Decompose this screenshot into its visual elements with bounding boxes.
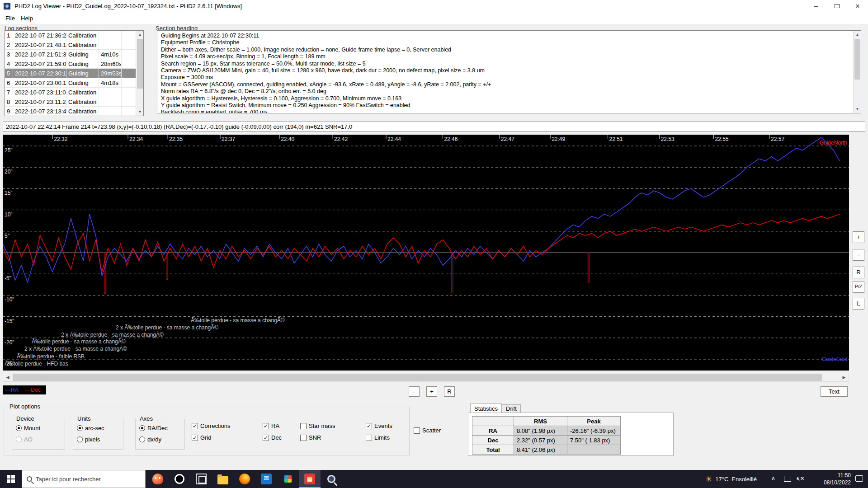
- stats-value: 8.08" (1.98 px): [514, 426, 567, 436]
- menu-file[interactable]: File: [3, 14, 18, 23]
- chart-reset-button[interactable]: R: [853, 267, 864, 278]
- taskbar-app-mail-icon[interactable]: [255, 470, 277, 488]
- taskbar-app-file-explorer-icon[interactable]: [212, 470, 234, 488]
- star-mass-checkbox[interactable]: Star mass: [300, 422, 335, 429]
- dec-checkbox[interactable]: ✓Dec: [263, 434, 282, 441]
- log-section-row[interactable]: 42022-10-07 21:59:06Guiding28m60s: [5, 59, 136, 69]
- units-pixels-radio[interactable]: pixels: [77, 436, 100, 443]
- tab-statistics[interactable]: Statistics: [470, 404, 502, 413]
- log-section-row[interactable]: 22022-10-07 21:48:14Calibration: [5, 40, 136, 50]
- taskbar-clock[interactable]: 11:50 08/10/2022: [819, 472, 851, 486]
- radio-icon[interactable]: [139, 425, 145, 431]
- stats-row-label: Total: [472, 445, 514, 455]
- display-tray-icon[interactable]: [784, 476, 791, 482]
- radio-icon[interactable]: [77, 436, 83, 442]
- checkbox-icon[interactable]: [366, 435, 372, 441]
- log-sections-scrollbar[interactable]: ▲ ▼: [136, 31, 143, 116]
- axes-dx-dy-radio[interactable]: dx/dy: [139, 436, 161, 443]
- scatter-checkbox[interactable]: Scatter: [414, 427, 441, 434]
- grid-checkbox[interactable]: ✓Grid: [192, 434, 212, 441]
- vscale-plus-button[interactable]: +: [426, 386, 437, 397]
- checkbox-icon[interactable]: [300, 423, 307, 429]
- chart-limits-button[interactable]: L: [853, 298, 864, 310]
- taskbar-search-input[interactable]: Taper ici pour rechercher: [22, 470, 146, 488]
- section-heading-scrollbar[interactable]: ▲ ▼: [853, 31, 861, 113]
- scroll-up-icon[interactable]: ▲: [136, 31, 144, 38]
- ra-checkbox[interactable]: ✓RA: [263, 422, 279, 429]
- device-ao-radio[interactable]: AO: [16, 436, 33, 443]
- events-checkbox[interactable]: ✓Events: [366, 422, 392, 429]
- scroll-right-icon[interactable]: ▶: [840, 373, 849, 381]
- taskbar-app-cortana-ring-icon[interactable]: [169, 470, 190, 488]
- checkbox-icon[interactable]: ✓: [263, 423, 269, 429]
- taskbar-weather[interactable]: ☀ 17°C Ensoleillé: [705, 470, 757, 488]
- stats-col-header: Peak: [567, 417, 621, 426]
- chart-zoom-in-button[interactable]: +: [853, 231, 864, 243]
- stats-col-header: [472, 417, 514, 426]
- checkbox-icon[interactable]: ✓: [366, 423, 372, 429]
- tray-expand-icon[interactable]: ∧: [771, 475, 775, 481]
- scrollbar-thumb[interactable]: [13, 374, 822, 381]
- device-mount-radio[interactable]: Mount: [16, 425, 40, 432]
- chart-pan-zoom-button[interactable]: P/Z: [853, 281, 864, 293]
- minimize-button[interactable]: –: [806, 0, 826, 12]
- volume-muted-icon[interactable]: 🔇︎✕: [797, 475, 805, 483]
- close-button[interactable]: ×: [847, 0, 868, 12]
- vscale-reset-button[interactable]: R: [444, 386, 455, 397]
- tab-drift[interactable]: Drift: [502, 404, 521, 413]
- scroll-down-icon[interactable]: ▼: [854, 105, 861, 113]
- log-section-row[interactable]: 62022-10-07 23:00:15Guiding4m18s: [5, 78, 136, 88]
- chart-horizontal-scrollbar[interactable]: ◀ ▶: [3, 373, 849, 382]
- log-cell: 2022-10-07 23:00:15: [13, 78, 66, 87]
- checkbox-icon[interactable]: ✓: [263, 435, 269, 441]
- taskbar-app-task-view-icon[interactable]: [190, 470, 212, 488]
- taskbar-app-octopus-mascot-icon[interactable]: [147, 470, 169, 488]
- radio-icon[interactable]: [77, 425, 83, 431]
- taskbar-app-firefox-icon[interactable]: [234, 470, 255, 488]
- limits-checkbox[interactable]: Limits: [366, 434, 390, 441]
- checkbox-icon[interactable]: ✓: [192, 435, 198, 441]
- clock-time: 11:50: [819, 472, 851, 479]
- chart-zoom-out-button[interactable]: -: [853, 249, 864, 261]
- maximize-button[interactable]: [826, 0, 847, 12]
- scrollbar-thumb[interactable]: [137, 39, 143, 89]
- log-section-row[interactable]: 82022-10-07 23:11:24Calibration: [5, 97, 136, 107]
- checkbox-icon[interactable]: ✓: [192, 423, 198, 429]
- log-section-row[interactable]: 32022-10-07 21:51:30Guiding4m10s: [5, 50, 136, 59]
- scrollbar-thumb[interactable]: [854, 39, 860, 80]
- menu-help[interactable]: Help: [18, 14, 36, 23]
- radio-icon[interactable]: [16, 425, 22, 431]
- log-cell: Guiding: [66, 59, 99, 68]
- taskbar-app-red-app-icon[interactable]: [299, 470, 321, 488]
- taskbar-app-phd2-magnifier-icon[interactable]: [321, 470, 342, 488]
- snr-checkbox[interactable]: SNR: [300, 434, 321, 441]
- text-view-button[interactable]: Text: [821, 386, 848, 397]
- log-section-row[interactable]: 72022-10-07 23:11:04Calibration: [5, 88, 136, 97]
- radio-icon[interactable]: [16, 436, 22, 442]
- log-section-row[interactable]: 92022-10-07 23:13:48Calibration: [5, 107, 136, 116]
- start-button[interactable]: [0, 470, 22, 488]
- scroll-up-icon[interactable]: ▲: [854, 31, 861, 38]
- taskbar-app-photos-icon[interactable]: [277, 470, 299, 488]
- log-sections-table[interactable]: 12022-10-07 21:36:21Calibration22022-10-…: [5, 30, 144, 116]
- corrections-checkbox[interactable]: ✓Corrections: [192, 422, 230, 429]
- section-heading-box[interactable]: Guiding Begins at 2022-10-07 22:30:11Equ…: [157, 30, 861, 113]
- guide-event-label: Ã‰toile perdue - faible RSB: [17, 353, 85, 360]
- search-placeholder: Taper ici pour rechercher: [36, 476, 101, 483]
- checkbox-icon[interactable]: [300, 435, 307, 441]
- notifications-icon[interactable]: [855, 475, 863, 482]
- axes-ra-dec-radio[interactable]: RA/Dec: [139, 425, 168, 432]
- scroll-down-icon[interactable]: ▼: [136, 108, 144, 116]
- checkbox-icon[interactable]: [414, 427, 420, 434]
- scroll-left-icon[interactable]: ◀: [3, 373, 12, 381]
- units-group: Units arc-secpixels: [73, 419, 123, 450]
- heading-line: Exposure = 3000 ms: [161, 74, 851, 81]
- units-arc-sec-radio[interactable]: arc-sec: [77, 425, 104, 432]
- log-section-row[interactable]: 52022-10-07 22:30:11Guiding29m53s: [5, 69, 136, 78]
- radio-icon[interactable]: [139, 436, 145, 442]
- vscale-minus-button[interactable]: -: [409, 386, 420, 397]
- clock-date: 08/10/2022: [819, 479, 851, 486]
- guiding-chart[interactable]: 25"20"15"10"5"-5"-10"-15"-20"-25"22:3222…: [3, 135, 849, 371]
- log-section-row[interactable]: 12022-10-07 21:36:21Calibration: [5, 31, 136, 40]
- stats-row-label: RA: [472, 426, 514, 436]
